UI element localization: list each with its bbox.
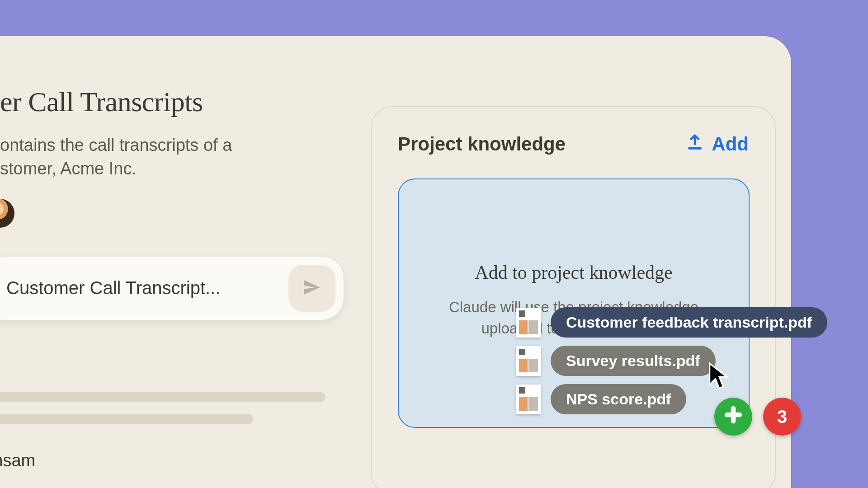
add-button-label: Add	[712, 133, 749, 155]
drag-badges: 3	[714, 398, 801, 436]
page-title: er Call Transcripts	[0, 86, 362, 118]
file-name-pill: Customer feedback transcript.pdf	[551, 307, 827, 338]
preview-text-line	[0, 414, 253, 424]
chat-input-container[interactable]: Customer Call Transcript...	[0, 257, 344, 320]
chat-input[interactable]: Customer Call Transcript...	[6, 278, 279, 298]
panel-title: Project knowledge	[398, 133, 566, 155]
page-description-line2: stomer, Acme Inc.	[0, 159, 137, 178]
member-avatar-row	[0, 199, 362, 228]
file-name-pill: Survey results.pdf	[551, 346, 716, 376]
send-button[interactable]	[288, 265, 335, 312]
add-knowledge-button[interactable]: Add	[686, 133, 749, 155]
conversation-preview[interactable]: Ahsam	[0, 392, 335, 470]
file-count-badge: 3	[763, 398, 801, 436]
conversation-author: Ahsam	[0, 451, 335, 470]
page-description: ontains the call transcripts of a stomer…	[0, 133, 289, 181]
dropzone-title: Add to project knowledge	[399, 262, 749, 283]
project-main-pane: er Call Transcripts ontains the call tra…	[0, 36, 362, 488]
page-description-line1: ontains the call transcripts of a	[0, 136, 232, 155]
panel-header: Project knowledge Add	[398, 133, 749, 155]
add-indicator-badge	[714, 398, 752, 436]
file-name-pill: NPS score.pdf	[551, 384, 686, 414]
dragged-file: Survey results.pdf	[516, 346, 827, 376]
member-avatar[interactable]	[0, 199, 14, 228]
send-icon	[301, 277, 323, 300]
plus-icon	[724, 405, 743, 428]
file-thumbnail-icon	[516, 308, 541, 338]
file-thumbnail-icon	[516, 346, 541, 376]
dragged-file: Customer feedback transcript.pdf	[516, 307, 827, 338]
preview-text-line	[0, 392, 326, 402]
file-thumbnail-icon	[516, 385, 541, 414]
upload-icon	[686, 133, 703, 155]
